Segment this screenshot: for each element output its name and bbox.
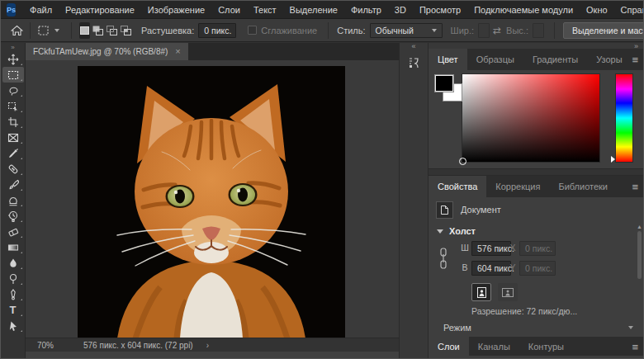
portrait-orientation-button[interactable] — [471, 283, 491, 301]
document-tab[interactable]: FCkfuTAmUew.jpg @ 70% (RGB/8#) × — [26, 43, 188, 60]
menu-view[interactable]: Просмотр — [413, 5, 467, 15]
style-label: Стиль: — [337, 26, 365, 35]
menu-select[interactable]: Выделение — [283, 5, 344, 15]
menu-image[interactable]: Изображение — [141, 5, 211, 15]
history-brush-tool[interactable] — [2, 208, 24, 224]
document-area: FCkfuTAmUew.jpg @ 70% (RGB/8#) × — [26, 43, 399, 358]
tool-preset-chevron-icon[interactable] — [54, 29, 59, 32]
tab-color[interactable]: Цвет — [429, 49, 467, 70]
blur-tool[interactable] — [2, 255, 24, 271]
dodge-tool[interactable] — [2, 271, 24, 286]
tab-gradients[interactable]: Градиенты — [523, 49, 587, 70]
status-chevron-icon[interactable]: › — [206, 341, 209, 350]
subtract-from-selection-mode-button[interactable] — [106, 22, 118, 39]
width-label: Шир.: — [451, 26, 474, 35]
canvas-pasteboard[interactable] — [26, 60, 399, 338]
rectangular-marquee-tool[interactable] — [2, 67, 24, 83]
dock-top-strip: » — [429, 43, 644, 49]
hue-slider-marker[interactable] — [611, 156, 615, 163]
link-dimensions-icon[interactable] — [438, 243, 448, 275]
feather-input[interactable]: 0 пикс. — [198, 23, 236, 38]
tab-close-icon[interactable]: × — [175, 47, 180, 56]
collapsed-panel-icon[interactable] — [403, 53, 424, 73]
foreground-color-swatch[interactable] — [434, 74, 454, 92]
menu-3d[interactable]: 3D — [388, 5, 413, 15]
select-and-mask-button[interactable]: Выделение и маска... — [563, 22, 644, 39]
menu-window[interactable]: Окно — [580, 5, 614, 15]
tab-patterns[interactable]: Узоры — [587, 49, 631, 70]
landscape-orientation-button[interactable] — [498, 283, 518, 301]
lasso-tool[interactable] — [2, 83, 24, 98]
properties-panel: Свойства Коррекция Библиотеки ≡ Документ… — [429, 176, 644, 337]
layers-panel: Слои Каналы Контуры ≡ — [429, 337, 644, 358]
menu-filter[interactable]: Фильтр — [344, 5, 388, 15]
eraser-tool[interactable] — [2, 224, 24, 239]
canvas-section-header[interactable]: Холст — [429, 222, 644, 240]
intersect-selection-mode-button[interactable] — [120, 22, 132, 39]
menu-plugins[interactable]: Подключаемые модули — [467, 5, 580, 15]
style-dropdown-chevron-icon — [432, 29, 437, 32]
home-icon[interactable] — [11, 25, 23, 36]
tab-libraries[interactable]: Библиотеки — [549, 176, 617, 197]
status-zoom-level[interactable]: 70% — [37, 341, 65, 350]
tab-layers[interactable]: Слои — [429, 337, 469, 356]
eyedropper-tool[interactable] — [2, 145, 24, 161]
mode-row[interactable]: Режим — [429, 316, 644, 333]
frame-tool[interactable] — [2, 130, 24, 145]
tab-properties[interactable]: Свойства — [429, 176, 486, 197]
gradient-tool[interactable] — [2, 239, 24, 255]
menu-edit[interactable]: Редактирование — [59, 5, 141, 15]
canvas-dimensions: Ш 576 пикс. X 0 пикс. В 604 пикс. Y 0 пи… — [429, 240, 644, 278]
tab-adjustments[interactable]: Коррекция — [486, 176, 549, 197]
document-tab-title: FCkfuTAmUew.jpg @ 70% (RGB/8#) — [33, 47, 168, 56]
properties-scrollbar[interactable]: ▲ — [637, 224, 642, 325]
orientation-buttons — [429, 278, 644, 303]
move-tool[interactable] — [2, 51, 24, 67]
tab-swatches[interactable]: Образцы — [467, 49, 523, 70]
clone-stamp-tool[interactable] — [2, 192, 24, 208]
color-field-cursor[interactable] — [459, 158, 466, 165]
document-tab-bar: FCkfuTAmUew.jpg @ 70% (RGB/8#) × — [26, 43, 399, 60]
tab-paths[interactable]: Контуры — [519, 337, 573, 356]
saturation-brightness-field[interactable] — [462, 73, 600, 163]
canvas-y-label: Y — [508, 262, 518, 272]
canvas-width-label: Ш — [460, 243, 470, 253]
layers-panel-menu-icon[interactable]: ≡ — [632, 340, 638, 352]
spot-healing-brush-tool[interactable] — [2, 161, 24, 177]
marquee-tool-preset-icon[interactable] — [37, 25, 50, 36]
menu-bar: Ps Файл Редактирование Изображение Слои … — [1, 1, 643, 19]
antialias-checkbox — [248, 26, 257, 35]
scrollbar-thumb[interactable] — [637, 231, 642, 279]
photoshop-window: Ps Файл Редактирование Изображение Слои … — [0, 0, 644, 359]
style-dropdown[interactable]: Обычный — [370, 23, 443, 38]
brush-tool[interactable] — [2, 177, 24, 192]
menu-layers[interactable]: Слои — [211, 5, 247, 15]
toolbar-overflow-icon[interactable]: » — [1, 43, 25, 51]
height-input — [533, 23, 544, 38]
add-to-selection-mode-button[interactable] — [92, 22, 104, 39]
cat-photo[interactable] — [78, 66, 345, 338]
pen-tool[interactable] — [2, 286, 24, 302]
menu-help[interactable]: Справка — [614, 5, 644, 15]
object-selection-tool[interactable] — [2, 98, 24, 114]
document-properties-label: Документ — [461, 205, 501, 215]
type-tool[interactable]: T — [2, 302, 24, 318]
tab-channels[interactable]: Каналы — [469, 337, 519, 356]
menu-file[interactable]: Файл — [23, 5, 59, 15]
resolution-text: Разрешение: 72 пикс/дю... — [429, 303, 644, 316]
status-document-dimensions: 576 пикс. x 604 пикс. (72 ppi) — [83, 341, 193, 350]
canvas-width-input[interactable]: 576 пикс. — [471, 241, 511, 256]
width-input — [478, 23, 490, 38]
properties-panel-menu-icon[interactable]: ≡ — [632, 181, 638, 193]
menu-type[interactable]: Текст — [247, 5, 283, 15]
path-selection-tool[interactable] — [2, 318, 24, 333]
expand-dock-icon[interactable]: « — [400, 43, 428, 50]
scroll-up-icon[interactable]: ▲ — [637, 224, 642, 229]
canvas-x-input: 0 пикс. — [519, 241, 556, 256]
hue-slider[interactable] — [615, 73, 633, 163]
crop-tool[interactable] — [2, 114, 24, 130]
new-selection-mode-button[interactable] — [79, 22, 90, 39]
color-panel-menu-icon[interactable]: ≡ — [632, 54, 638, 66]
document-properties-row: Документ — [429, 197, 644, 222]
canvas-height-input[interactable]: 604 пикс. — [471, 261, 511, 276]
